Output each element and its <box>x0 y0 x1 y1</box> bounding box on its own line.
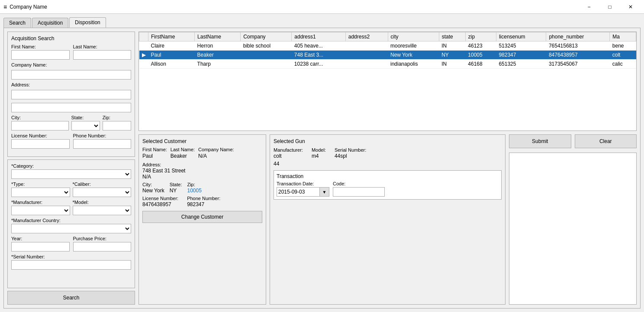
results-table-container[interactable]: FirstName LastName Company address1 addr… <box>138 32 637 131</box>
gun-serial-label: Serial Number: <box>335 147 366 153</box>
year-input[interactable] <box>11 242 70 252</box>
cell-lastName: Herron <box>195 41 241 51</box>
cell-ma: calic <box>610 60 636 69</box>
cell-firstName: Paul <box>148 51 195 60</box>
cell-address2 <box>345 41 388 51</box>
gun-model-field: Model: m4 <box>312 147 326 159</box>
cell-state: IN <box>439 41 465 51</box>
gun-info-row: Manufacturer: colt Model: m4 Serial Numb… <box>274 147 502 159</box>
mfr-country-select[interactable] <box>11 224 131 233</box>
city-field: City: <box>11 115 69 131</box>
address-input-1[interactable] <box>11 90 131 99</box>
manufacturer-country-field: *Manufacturer Country: <box>11 218 131 233</box>
gun-manufacturer-label: Manufacturer: <box>274 147 303 153</box>
acquisition-search-box: Acquisition Search First Name: Last Name… <box>7 32 135 157</box>
name-row: First Name: Last Name: <box>11 44 131 60</box>
phone-label: Phone Number: <box>73 133 132 138</box>
customer-address-line2: N/A <box>142 174 262 180</box>
city-state-zip-row: City: State: Zip: <box>11 115 131 131</box>
type-select[interactable] <box>11 188 70 197</box>
customer-address-section: Address: 748 East 31 Street N/A <box>142 162 262 180</box>
date-picker-button[interactable]: ▼ <box>320 187 329 197</box>
col-address1: address1 <box>292 32 345 41</box>
customer-firstname-label: First Name: <box>142 147 167 152</box>
zip-label: Zip: <box>103 115 131 120</box>
year-field: Year: <box>11 236 70 252</box>
state-field: State: <box>71 115 100 131</box>
manufacturer-select[interactable] <box>11 206 70 215</box>
city-input[interactable] <box>11 121 69 131</box>
tab-disposition[interactable]: Disposition <box>69 17 106 28</box>
clear-button[interactable]: Clear <box>575 134 637 148</box>
cell-ma: bene <box>610 41 636 51</box>
col-state: state <box>439 32 465 41</box>
minimize-button[interactable]: − <box>579 0 599 14</box>
table-scroll-area[interactable]: FirstName LastName Company address1 addr… <box>139 32 636 131</box>
table-row[interactable]: ▶PaulBeaker748 East 3...New YorkNY100059… <box>139 51 636 60</box>
last-name-input[interactable] <box>73 50 132 60</box>
title-bar: ≡ Company Name − □ ✕ <box>0 0 644 14</box>
category-select[interactable] <box>11 169 131 179</box>
cell-phone_number: 3173545067 <box>546 60 610 69</box>
gun-manufacturer-value: colt <box>274 153 303 159</box>
table-row[interactable]: ClaireHerronbible school405 heave...moor… <box>139 41 636 51</box>
tab-acquisition[interactable]: Acquisition <box>32 18 68 28</box>
license-input[interactable] <box>11 139 70 149</box>
company-name-input[interactable] <box>11 70 131 80</box>
tab-search[interactable]: Search <box>3 18 31 28</box>
caliber-select[interactable] <box>73 188 132 197</box>
cell-city: New York <box>388 51 439 60</box>
customer-csz-row: City: New York State: NY Zip: 10005 <box>142 181 262 194</box>
type-label: *Type: <box>11 181 70 187</box>
mfr-model-row: *Manufacturer: *Model: <box>11 200 131 215</box>
year-price-row: Year: Purchase Price: <box>11 236 131 252</box>
serial-input[interactable] <box>11 260 131 270</box>
phone-input[interactable] <box>73 139 132 149</box>
change-customer-button[interactable]: Change Customer <box>142 211 262 223</box>
cell-company: bible school <box>241 41 292 51</box>
search-button[interactable]: Search <box>7 291 135 305</box>
type-field: *Type: <box>11 181 70 197</box>
cell-licensenum: 513245 <box>496 41 546 51</box>
state-select[interactable] <box>71 121 100 131</box>
model-field: *Model: <box>73 200 132 215</box>
customer-address-label: Address: <box>142 162 161 167</box>
transaction-date-input[interactable] <box>277 187 320 197</box>
cell-lastName: Beaker <box>195 51 241 60</box>
customer-license-label: License Number: <box>142 196 178 201</box>
customer-state-label: State: <box>170 182 182 187</box>
cell-address1: 405 heave... <box>292 41 345 51</box>
col-licensenum: licensenum <box>496 32 546 41</box>
title-bar-controls: − □ ✕ <box>579 0 641 14</box>
cell-company <box>241 60 292 69</box>
price-input[interactable] <box>73 242 132 252</box>
cell-ma: colt <box>610 51 636 60</box>
close-button[interactable]: ✕ <box>621 0 641 14</box>
header-row: FirstName LastName Company address1 addr… <box>139 32 636 41</box>
results-table: FirstName LastName Company address1 addr… <box>139 32 636 69</box>
customer-state-value: NY <box>170 188 182 194</box>
cell-zip: 46123 <box>465 41 496 51</box>
mfr-country-row: *Manufacturer Country: <box>11 218 131 233</box>
gun-number: 44 <box>274 161 502 167</box>
caliber-field: *Caliber: <box>73 181 132 197</box>
cell-firstName: Allison <box>148 60 195 69</box>
first-name-input[interactable] <box>11 50 70 60</box>
title-bar-left: ≡ Company Name <box>3 3 47 10</box>
transaction-title: Transaction <box>277 173 499 179</box>
zip-input[interactable] <box>103 121 131 131</box>
cell-lastName: Tharp <box>195 60 241 69</box>
first-name-field: First Name: <box>11 44 70 60</box>
model-select[interactable] <box>73 206 132 215</box>
transaction-code-input[interactable] <box>333 187 385 197</box>
table-header: FirstName LastName Company address1 addr… <box>139 32 636 41</box>
table-row[interactable]: AllisonTharp10238 carr...indianapolisIN4… <box>139 60 636 69</box>
customer-phone-item: Phone Number: 982347 <box>187 195 220 207</box>
customer-license-item: License Number: 8476438957 <box>142 195 178 207</box>
notes-textarea[interactable] <box>509 153 637 305</box>
tab-bar: Search Acquisition Disposition <box>3 17 641 28</box>
submit-button[interactable]: Submit <box>509 134 571 148</box>
maximize-button[interactable]: □ <box>600 0 620 14</box>
address-input-2[interactable] <box>11 103 131 112</box>
transaction-row: Transaction Date: ▼ Code: <box>277 181 499 197</box>
